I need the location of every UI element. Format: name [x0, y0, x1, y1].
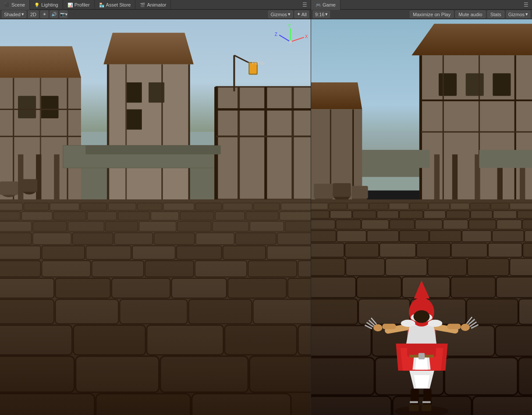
svg-rect-146 — [493, 73, 511, 96]
game-toolbar: 9:16 ▾ Maximize on Play Mute audio Stats… — [311, 10, 532, 19]
svg-point-280 — [401, 320, 415, 327]
svg-point-279 — [461, 324, 470, 331]
camera-chevron: ▾ — [65, 12, 67, 17]
svg-rect-164 — [314, 184, 333, 199]
svg-rect-153 — [434, 154, 440, 199]
ratio-dropdown[interactable]: 9:16 ▾ — [313, 11, 330, 18]
tab-game[interactable]: 🎮 Game — [311, 0, 340, 10]
svg-marker-20 — [103, 33, 194, 64]
svg-text:← Persp: ← Persp — [245, 60, 265, 65]
game-gizmos-label: Gizmos — [508, 12, 525, 17]
scene-toolbar: Shaded ▾ 2D ☀ 🔊 📷 ▾ Gizmos ▾ ✦ — [0, 10, 311, 19]
svg-rect-144 — [439, 73, 457, 96]
svg-rect-130 — [0, 199, 311, 415]
left-tabs-hamburger[interactable]: ☰ — [301, 2, 309, 8]
svg-point-272 — [373, 324, 383, 331]
animator-tab-icon: 🎬 — [140, 3, 145, 7]
asset-store-tab-label: Asset Store — [106, 2, 131, 7]
svg-rect-34 — [0, 181, 18, 195]
svg-rect-250 — [410, 401, 418, 403]
game-panel: 9:16 ▾ Maximize on Play Mute audio Stats… — [311, 10, 532, 415]
game-tab-icon: 🎮 — [316, 3, 321, 7]
gizmos-filter[interactable]: ✦ All — [294, 11, 309, 18]
left-tabs: ⬛ Scene 💡 Lighting 📊 Profiler 🏪 Asset St… — [0, 0, 311, 9]
right-tabs-menu: ☰ — [522, 0, 532, 9]
tab-lighting[interactable]: 💡 Lighting — [30, 0, 63, 10]
stats-label: Stats — [490, 12, 501, 17]
svg-rect-283 — [419, 353, 425, 359]
game-render: 510.3ms 1.96FPS — [311, 19, 532, 415]
game-gizmos-dropdown[interactable]: Gizmos ▾ — [506, 11, 530, 18]
game-tab-label: Game — [323, 2, 336, 7]
scene-viewport[interactable]: X Y Z ← Persp — [0, 19, 311, 415]
svg-rect-21 — [126, 82, 142, 103]
svg-marker-253 — [414, 375, 430, 388]
2d-toggle[interactable]: 2D — [28, 11, 39, 18]
svg-rect-36 — [21, 179, 37, 192]
2d-label: 2D — [30, 12, 36, 17]
sun-icon-btn[interactable]: ☀ — [40, 11, 48, 18]
svg-marker-10 — [0, 46, 81, 78]
svg-rect-251 — [422, 401, 431, 403]
profiler-tab-icon: 📊 — [67, 3, 73, 7]
tab-asset-store[interactable]: 🏪 Asset Store — [95, 0, 136, 10]
svg-rect-145 — [466, 73, 484, 96]
gizmos-filter-icon: ✦ — [297, 11, 301, 17]
right-tabs: 🎮 Game ☰ — [311, 0, 532, 9]
svg-marker-261 — [406, 326, 436, 344]
tab-animator[interactable]: 🎬 Animator — [135, 0, 171, 10]
camera-icon-btn[interactable]: 📷 ▾ — [60, 11, 67, 18]
scene-render: X Y Z ← Persp — [0, 19, 311, 415]
svg-text:Y: Y — [288, 24, 291, 28]
audio-icon: 🔊 — [51, 12, 57, 17]
svg-rect-248 — [409, 404, 419, 411]
svg-rect-249 — [422, 404, 432, 411]
asset-store-tab-icon: 🏪 — [99, 3, 104, 7]
maximize-label: Maximize on Play — [413, 12, 450, 17]
svg-text:Z: Z — [275, 32, 277, 37]
left-tabs-menu: ☰ — [301, 0, 311, 9]
shaded-label: Shaded — [4, 12, 21, 17]
svg-rect-39 — [216, 87, 311, 199]
lighting-tab-label: Lighting — [41, 2, 58, 7]
ratio-chevron: ▾ — [325, 11, 328, 17]
right-tabs-hamburger[interactable]: ☰ — [522, 2, 530, 8]
profiler-tab-label: Profiler — [74, 2, 90, 7]
svg-point-137 — [289, 40, 292, 43]
shaded-chevron: ▾ — [21, 11, 24, 17]
svg-rect-166 — [333, 183, 351, 197]
top-bar: ⬛ Scene 💡 Lighting 📊 Profiler 🏪 Asset St… — [0, 0, 532, 10]
svg-rect-168 — [352, 186, 368, 199]
scene-tab-label: Scene — [11, 2, 25, 7]
svg-marker-159 — [311, 82, 362, 110]
svg-rect-12 — [40, 96, 58, 118]
stats-button[interactable]: Stats — [487, 11, 504, 18]
mute-audio-button[interactable]: Mute audio — [455, 11, 485, 18]
gizmos-chevron: ▾ — [288, 11, 291, 17]
panels-container: Shaded ▾ 2D ☀ 🔊 📷 ▾ Gizmos ▾ ✦ — [0, 10, 532, 415]
gizmos-filter-label: All — [301, 12, 307, 17]
svg-rect-169 — [362, 150, 429, 168]
scene-tab-icon: ⬛ — [4, 3, 10, 7]
mute-label: Mute audio — [458, 12, 482, 17]
tab-scene[interactable]: ⬛ Scene — [0, 0, 30, 10]
svg-rect-52 — [85, 145, 220, 155]
maximize-on-play-button[interactable]: Maximize on Play — [410, 11, 454, 18]
audio-icon-btn[interactable]: 🔊 — [50, 11, 58, 18]
camera-icon: 📷 — [60, 12, 65, 17]
game-viewport[interactable]: 510.3ms 1.96FPS — [311, 19, 532, 415]
scene-panel: Shaded ▾ 2D ☀ 🔊 📷 ▾ Gizmos ▾ ✦ — [0, 10, 311, 415]
svg-rect-170 — [479, 150, 532, 168]
svg-rect-11 — [18, 96, 36, 118]
gizmos-label: Gizmos — [270, 12, 287, 17]
svg-point-265 — [414, 310, 430, 323]
sun-icon: ☀ — [43, 12, 46, 17]
animator-tab-label: Animator — [147, 2, 166, 7]
svg-point-281 — [428, 320, 442, 327]
svg-text:X: X — [305, 34, 308, 39]
tab-profiler[interactable]: 📊 Profiler — [63, 0, 95, 10]
shaded-dropdown[interactable]: Shaded ▾ — [2, 11, 26, 18]
svg-rect-274 — [447, 324, 461, 329]
gizmos-dropdown[interactable]: Gizmos ▾ — [268, 11, 292, 18]
svg-rect-267 — [383, 324, 396, 329]
